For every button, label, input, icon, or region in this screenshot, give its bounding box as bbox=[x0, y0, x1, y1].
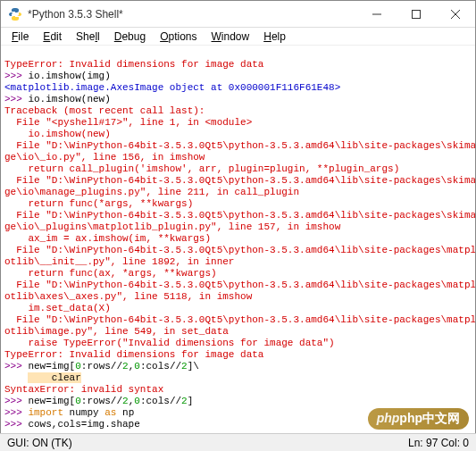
traceback-line: File "D:\WinPython-64bit-3.5.3.0Qt5\pyth… bbox=[4, 175, 475, 186]
code-input: new=img[ bbox=[28, 361, 75, 372]
watermark-badge: phpphp中文网 bbox=[368, 408, 469, 430]
menu-window[interactable]: Window bbox=[206, 29, 255, 44]
maximize-button[interactable] bbox=[397, 1, 436, 28]
keyword: import bbox=[28, 407, 63, 418]
traceback-line: File "D:\WinPython-64bit-3.5.3.0Qt5\pyth… bbox=[4, 280, 475, 290]
traceback-line: ge\io\_plugins\matplotlib_plugin.py", li… bbox=[4, 221, 340, 232]
traceback-line: return call_plugin('imshow', arr, plugin… bbox=[4, 163, 399, 174]
menubar: File Edit Shell Debug Options Window Hel… bbox=[1, 28, 475, 46]
prompt: >>> bbox=[4, 94, 28, 104]
code-input: cows,cols=img.shape bbox=[28, 419, 139, 430]
menu-edit[interactable]: Edit bbox=[38, 29, 67, 44]
traceback-line: Traceback (most recent call last): bbox=[4, 105, 205, 116]
error-line: SyntaxError: invalid syntax bbox=[4, 384, 163, 395]
traceback-line: ge\io\manage_plugins.py", line 211, in c… bbox=[4, 187, 299, 197]
code-input: new=img[ bbox=[28, 396, 75, 406]
traceback-line: ax_im = ax.imshow(im, **kwargs) bbox=[4, 233, 211, 244]
svg-rect-0 bbox=[413, 10, 421, 18]
code-input: io.imshow(img) bbox=[28, 71, 110, 81]
close-button[interactable] bbox=[436, 1, 475, 28]
prompt: >>> bbox=[4, 419, 28, 430]
prompt: >>> bbox=[4, 396, 28, 406]
window-title: *Python 3.5.3 Shell* bbox=[28, 8, 357, 21]
traceback-line: File "D:\WinPython-64bit-3.5.3.0Qt5\pyth… bbox=[4, 314, 475, 325]
traceback-line: return func(*args, **kwargs) bbox=[4, 198, 193, 209]
output-line: <matplotlib.image.AxesImage object at 0x… bbox=[4, 82, 340, 93]
code-input: new=img[ bbox=[28, 430, 75, 431]
status-left: GUI: ON (TK) bbox=[7, 437, 72, 449]
prompt: >>> bbox=[4, 71, 28, 81]
error-line: TypeError: Invalid dimensions for image … bbox=[4, 349, 263, 360]
traceback-line: ge\io\_io.py", line 156, in imshow bbox=[4, 152, 205, 163]
prompt: >>> bbox=[4, 361, 28, 372]
menu-file[interactable]: File bbox=[6, 29, 34, 44]
traceback-line: otlib\image.py", line 549, in set_data bbox=[4, 326, 229, 337]
syntax-error-highlight: clear bbox=[28, 372, 80, 383]
code-input: io.imshow(new) bbox=[28, 94, 110, 104]
traceback-line: raise TypeError("Invalid dimensions for … bbox=[4, 338, 335, 348]
minimize-button[interactable] bbox=[357, 1, 397, 28]
statusbar: GUI: ON (TK) Ln: 97 Col: 0 bbox=[0, 433, 476, 451]
prompt: >>> bbox=[4, 430, 28, 431]
status-cursor: Ln: 97 Col: 0 bbox=[408, 437, 469, 449]
traceback-line: File "D:\WinPython-64bit-3.5.3.0Qt5\pyth… bbox=[4, 245, 475, 255]
titlebar: *Python 3.5.3 Shell* bbox=[1, 1, 475, 28]
traceback-line: otlib\axes\_axes.py", line 5118, in imsh… bbox=[4, 291, 252, 302]
error-line: TypeError: Invalid dimensions for image … bbox=[4, 59, 263, 70]
traceback-line: im.set_data(X) bbox=[4, 303, 111, 313]
menu-help[interactable]: Help bbox=[258, 29, 291, 44]
traceback-line: File "<pyshell#17>", line 1, in <module> bbox=[4, 117, 252, 128]
traceback-line: otlib\__init__.py", line 1892, in inner bbox=[4, 256, 234, 267]
traceback-line: return func(ax, *args, **kwargs) bbox=[4, 268, 217, 279]
python-icon bbox=[8, 7, 22, 21]
traceback-line: File "D:\WinPython-64bit-3.5.3.0Qt5\pyth… bbox=[4, 210, 475, 221]
menu-shell[interactable]: Shell bbox=[71, 29, 105, 44]
menu-debug[interactable]: Debug bbox=[109, 29, 151, 44]
menu-options[interactable]: Options bbox=[154, 29, 202, 44]
keyword: as bbox=[104, 407, 116, 418]
window-controls bbox=[357, 1, 475, 28]
traceback-line: io.imshow(new) bbox=[4, 129, 111, 139]
shell-output[interactable]: TypeError: Invalid dimensions for image … bbox=[1, 46, 475, 431]
prompt: >>> bbox=[4, 407, 28, 418]
traceback-line: File "D:\WinPython-64bit-3.5.3.0Qt5\pyth… bbox=[4, 140, 475, 151]
